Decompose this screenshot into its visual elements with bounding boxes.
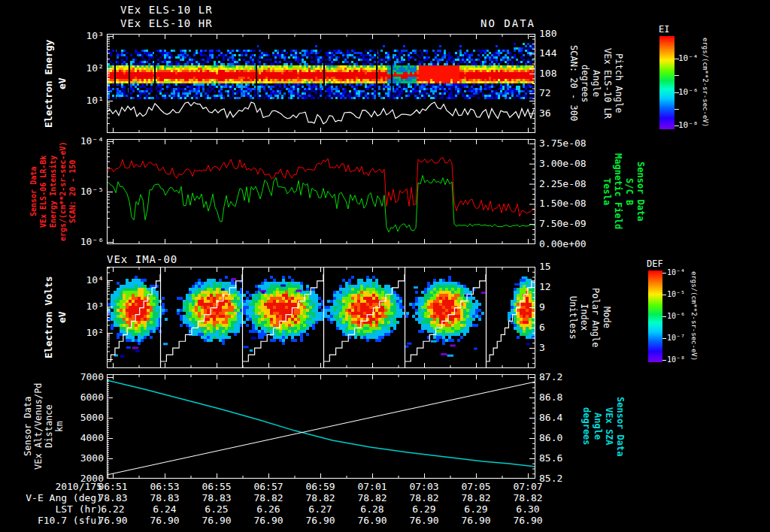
panel1-right-tick-label: 36 <box>539 107 599 119</box>
table-cell: 6.22 <box>92 503 134 515</box>
table-cell: 6.26 <box>247 503 290 515</box>
table-cell: 76.90 <box>507 515 549 526</box>
panel4-right-tick-label: 87.2 <box>539 371 599 382</box>
panel4-altitude-sza-canvas <box>107 374 535 479</box>
panel2-right-axis-label-line: S/C B <box>623 139 635 244</box>
table-cell: 76.90 <box>351 515 393 526</box>
colorbar-def-tick <box>662 295 666 295</box>
colorbar-ei-title: EI <box>659 24 669 35</box>
panel3-right-tick-label: 9 <box>539 301 599 313</box>
panel2-right-axis-label-line: Sensor Data <box>635 139 646 244</box>
table-cell: 78.82 <box>507 492 549 503</box>
page-title-els-lr: VEx ELS-10 LR <box>120 4 213 16</box>
panel2-right-tick-label: 1.50e-08 <box>539 198 599 209</box>
colorbar-ei-tick <box>675 109 679 110</box>
panel2-right-tick-label: 7.50e-09 <box>539 218 599 229</box>
table-row-label: V-E Ang (deg) <box>6 492 102 503</box>
panel4-right-tick-label: 85.6 <box>539 452 599 464</box>
panel1-left-tick-label: 10³ <box>56 30 104 41</box>
colorbar-def-units: ergs/(cm**2-sr-sec-eV) <box>687 269 698 364</box>
panel2-left-tick-label: 10⁻⁵ <box>56 186 104 197</box>
table-cell: 76.90 <box>196 515 238 526</box>
time-axis-label: 06:59 <box>299 481 341 492</box>
panel2-intensity-bfield-canvas <box>107 139 535 244</box>
panel2-right-tick-label: 0.00e+00 <box>539 238 599 249</box>
colorbar-ei-units: ergs/(cm**2-sr-sec-eV) <box>699 35 709 131</box>
panel1-right-axis-label-line: VEx ELS-10 LR <box>602 34 613 133</box>
panel4-right-axis-label-line: Sensor Data <box>614 374 626 479</box>
time-axis-label: 07:03 <box>403 481 445 492</box>
vex-quicklook-plot: VEx ELS-10 LR VEx ELS-10 HR NO DATA VEx … <box>0 0 770 532</box>
time-axis-label: 07:05 <box>455 481 497 492</box>
table-cell: 78.82 <box>455 492 497 503</box>
panel3-left-tick-label: 10² <box>56 327 104 338</box>
panel1-right-tick-label: 72 <box>539 87 599 98</box>
table-cell: 76.90 <box>403 515 445 526</box>
colorbar-def-gradient <box>648 271 662 362</box>
table-cell: 76.90 <box>144 515 186 526</box>
panel3-ima-spectrogram-canvas <box>107 267 535 368</box>
panel2-left-axis-label-line: VEx ELS-06 LR-Bk <box>38 139 48 244</box>
panel2-left-tick-label: 10⁻⁶ <box>56 236 104 247</box>
time-axis-date: 2010/175 <box>6 481 102 492</box>
table-cell: 78.83 <box>92 492 134 503</box>
colorbar-def-tick-label: 10⁻⁸ <box>667 355 685 364</box>
colorbar-ei-tick-label: 10⁻⁶ <box>678 87 699 97</box>
table-cell: 6.28 <box>351 503 393 515</box>
panel3-right-tick-label: 3 <box>539 342 599 353</box>
panel2-left-axis-label-line: Sensor Data <box>29 139 38 244</box>
colorbar-ei-tick <box>675 75 679 76</box>
time-axis-label: 06:53 <box>144 481 186 492</box>
panel4-left-tick-label: 4000 <box>56 432 104 443</box>
table-cell: 78.82 <box>299 492 341 503</box>
panel1-right-tick-label: 180 <box>539 28 599 39</box>
panel2-right-axis-label-line: Magnetic Field <box>612 139 623 244</box>
panel1-right-tick-label: 108 <box>539 68 599 79</box>
panel3-right-tick-label: 6 <box>539 322 599 333</box>
colorbar-ei-gradient <box>659 36 675 129</box>
table-row-label: LST (hr) <box>6 503 102 515</box>
colorbar-ei-tick-label: 10⁻⁸ <box>678 120 699 130</box>
panel3-right-tick-label: 15 <box>539 261 599 272</box>
panel4-left-tick-label: 5000 <box>56 412 104 423</box>
time-axis-label: 06:57 <box>247 481 290 492</box>
panel4-left-tick-label: 6000 <box>56 391 104 403</box>
panel2-right-axis-label-line: Tesla <box>601 139 612 244</box>
no-data-label: NO DATA <box>421 17 535 29</box>
panel3-right-axis-label-line: Mode <box>601 267 612 368</box>
colorbar-def-tick <box>662 360 666 361</box>
table-cell: 6.29 <box>403 503 445 515</box>
colorbar-def-tick <box>662 273 666 274</box>
table-cell: 78.82 <box>351 492 393 503</box>
panel1-left-axis-label-line: Electron Energy <box>42 34 56 133</box>
panel2-right-tick-label: 2.25e-08 <box>539 178 599 189</box>
panel1-right-axis-label-line: Pitch Angle <box>613 34 624 133</box>
panel2-left-tick-label: 10⁻⁴ <box>56 135 104 147</box>
panel2-right-tick-label: 3.00e-08 <box>539 158 599 169</box>
time-axis-label: 07:01 <box>351 481 393 492</box>
panel1-left-axis-label-line: eV <box>56 34 69 133</box>
panel3-left-tick-label: 10⁴ <box>56 274 104 286</box>
panel1-left-axis-label: Electron EnergyeV <box>42 34 72 133</box>
time-axis-label: 06:55 <box>196 481 238 492</box>
panel4-right-tick-label: 86.4 <box>539 412 599 423</box>
panel2-right-axis-label: Sensor DataS/C BMagnetic FieldTesla <box>599 139 646 244</box>
panel1-electron-spectrogram-canvas <box>107 34 535 133</box>
colorbar-def-tick-label: 10⁻⁶ <box>667 312 685 320</box>
panel4-right-tick-label: 86.8 <box>539 391 599 403</box>
panel3-title: VEx IMA-00 <box>107 253 177 265</box>
table-cell: 6.27 <box>299 503 341 515</box>
table-cell: 76.90 <box>455 515 497 526</box>
table-row-label: F10.7 (sfu) <box>6 515 102 526</box>
colorbar-ei-tick-label: 10⁻⁴ <box>678 53 699 63</box>
panel4-left-axis-label-line: VEx Alt/Venus/Pd <box>33 374 44 479</box>
panel1-right-tick-label: 144 <box>539 47 599 59</box>
table-cell: 6.30 <box>507 503 549 515</box>
table-cell: 78.82 <box>403 492 445 503</box>
colorbar-def-tick-label: 10⁻⁷ <box>667 334 685 342</box>
panel4-left-axis-label-line: Sensor Data <box>23 374 33 479</box>
panel1-left-tick-label: 10² <box>56 62 104 74</box>
page-title-els-hr: VEx ELS-10 HR <box>120 17 213 29</box>
table-cell: 78.83 <box>196 492 238 503</box>
colorbar-def-tick <box>662 338 666 339</box>
